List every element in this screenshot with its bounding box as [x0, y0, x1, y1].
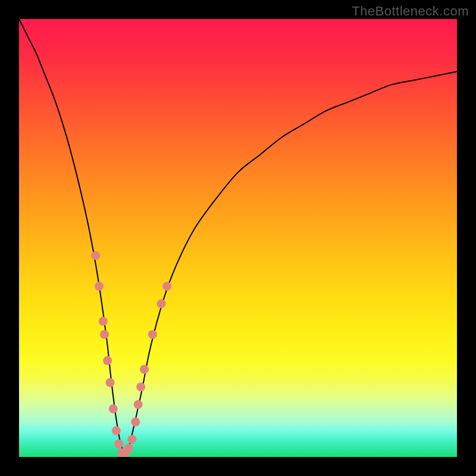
chart-frame: TheBottleneck.com	[0, 0, 476, 476]
watermark-text: TheBottleneck.com	[352, 4, 469, 19]
bottleneck-curve	[19, 19, 457, 453]
scatter-dot	[109, 405, 118, 414]
scatter-dot	[100, 330, 109, 339]
scatter-dot	[127, 435, 136, 444]
scatter-dot	[134, 400, 143, 409]
scatter-dot	[112, 426, 121, 435]
plot-area	[19, 19, 457, 457]
scatter-dot	[124, 444, 133, 453]
chart-svg	[19, 19, 457, 457]
scatter-dot	[103, 356, 112, 365]
scatter-dot	[148, 330, 157, 339]
scatter-dot	[114, 439, 123, 448]
scatter-dot	[140, 365, 149, 374]
scatter-group	[91, 251, 171, 457]
scatter-dot	[106, 378, 115, 387]
scatter-dot	[157, 299, 166, 308]
scatter-dot	[99, 317, 108, 325]
scatter-dot	[95, 281, 104, 290]
scatter-dot	[136, 383, 145, 392]
scatter-dot	[162, 281, 171, 290]
scatter-dot	[131, 418, 140, 427]
scatter-dot	[91, 251, 100, 260]
